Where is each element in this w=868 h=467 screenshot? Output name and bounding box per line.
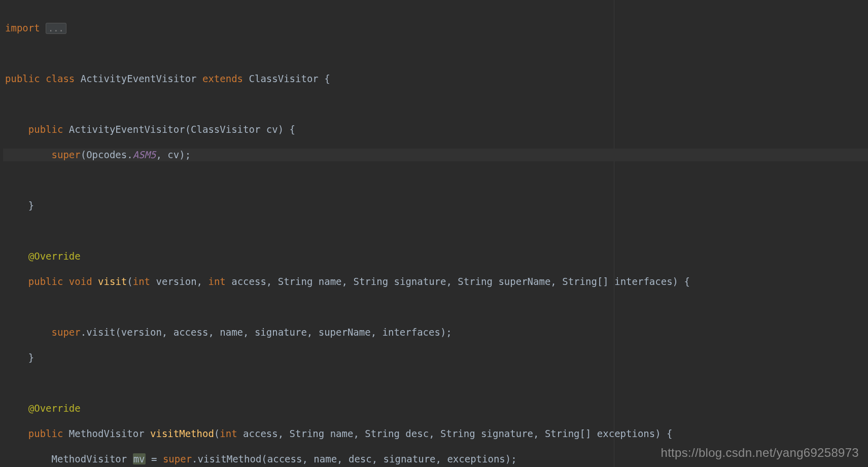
code-line[interactable]: public class ActivityEventVisitor extend… (3, 73, 868, 85)
local-var-highlight: mv (133, 453, 146, 464)
code-area[interactable]: import ... public class ActivityEventVis… (3, 9, 868, 467)
keyword-int: int (133, 276, 150, 287)
keyword-public: public (28, 428, 63, 439)
annotation-override: @Override (28, 250, 81, 262)
code-line[interactable]: public MethodVisitor visitMethod(int acc… (3, 427, 868, 440)
brace-open: { (324, 73, 330, 84)
brace-close: } (28, 200, 34, 211)
keyword-int: int (208, 276, 225, 287)
keyword-class: class (46, 73, 75, 84)
code-line[interactable] (3, 98, 868, 111)
code-line[interactable]: } (3, 351, 868, 364)
super-class: ClassVisitor (249, 73, 319, 84)
code-line[interactable] (3, 377, 868, 389)
keyword-public: public (28, 124, 63, 135)
keyword-extends: extends (202, 73, 243, 84)
watermark-text: https://blog.csdn.net/yang69258973 (661, 446, 859, 460)
keyword-int: int (220, 428, 237, 439)
class-name: ActivityEventVisitor (81, 73, 197, 84)
keyword-super: super (52, 149, 81, 160)
keyword-public: public (5, 73, 40, 84)
brace-close: } (28, 352, 34, 363)
code-line[interactable]: @Override (3, 250, 868, 263)
params: (ClassVisitor cv) { (185, 124, 295, 135)
static-field: ASM5 (133, 149, 156, 160)
code-line[interactable] (3, 174, 868, 187)
keyword-void: void (69, 276, 92, 287)
code-line[interactable]: public void visit(int version, int acces… (3, 275, 868, 288)
code-editor[interactable]: import ... public class ActivityEventVis… (0, 0, 868, 467)
after-asm5: , cv); (156, 149, 191, 160)
keyword-super: super (52, 327, 81, 338)
after-super: (Opcodes. (81, 149, 133, 160)
code-line[interactable] (3, 47, 868, 60)
code-line[interactable]: import ... (3, 22, 868, 34)
method-name: visit (98, 276, 127, 287)
method-name: visitMethod (150, 428, 214, 439)
code-line[interactable]: public ActivityEventVisitor(ClassVisitor… (3, 123, 868, 136)
keyword-public: public (28, 276, 63, 287)
code-line[interactable]: super.visit(version, access, name, signa… (3, 326, 868, 339)
code-line-current[interactable]: super(Opcodes.ASM5, cv); (3, 149, 868, 161)
code-line[interactable]: } (3, 199, 868, 212)
code-line[interactable]: @Override (3, 402, 868, 415)
code-line[interactable] (3, 225, 868, 237)
keyword-import: import (5, 22, 40, 33)
ctor-name: ActivityEventVisitor (69, 124, 185, 135)
fold-icon[interactable]: ... (46, 23, 66, 34)
keyword-super: super (163, 453, 192, 464)
code-line[interactable] (3, 301, 868, 313)
annotation-override: @Override (28, 403, 81, 414)
